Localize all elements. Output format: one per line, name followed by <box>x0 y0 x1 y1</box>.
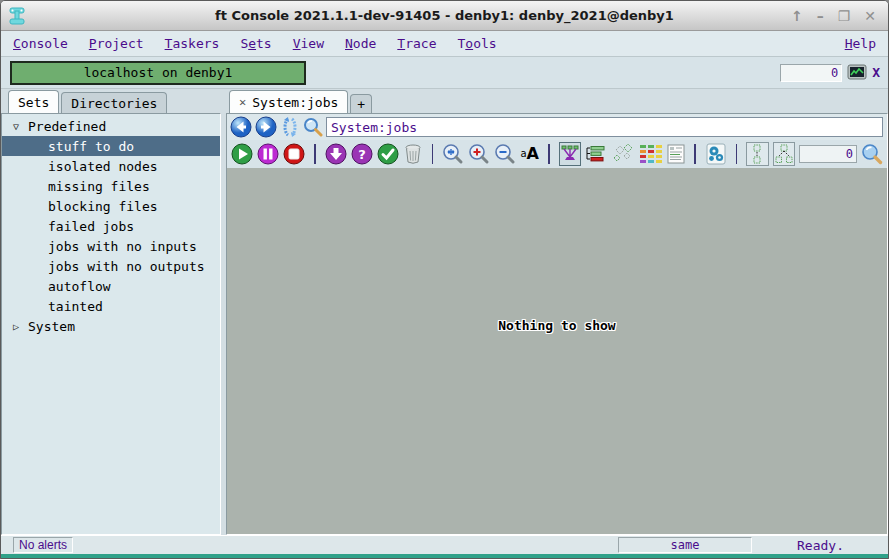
menu-sets[interactable]: Sets <box>240 36 271 51</box>
host-button[interactable]: localhost on denby1 <box>10 61 306 85</box>
menu-trace[interactable]: Trace <box>397 36 436 51</box>
process-icon[interactable] <box>705 142 727 166</box>
empty-message: Nothing to show <box>498 318 615 333</box>
jobs-content-area: Nothing to show <box>227 168 887 534</box>
graph-view-icon[interactable] <box>559 142 581 166</box>
tab-row: Sets Directories ✕ System:jobs + <box>1 89 888 113</box>
list-view-icon[interactable] <box>585 145 607 163</box>
pause-icon[interactable] <box>257 143 279 165</box>
window-title: ft Console 2021.1.1-dev-91405 - denby1: … <box>1 8 888 23</box>
maximize-window-icon[interactable]: ❐ <box>838 8 851 24</box>
tree-item-stuff-to-do[interactable]: stuff to do <box>2 136 220 156</box>
zoom-fit-icon[interactable] <box>442 143 464 165</box>
title-bar: ft Console 2021.1.1-dev-91405 - denby1: … <box>1 1 888 31</box>
menu-taskers[interactable]: Taskers <box>165 36 220 51</box>
tree-item-missing-files[interactable]: missing files <box>2 176 220 196</box>
svg-text:?: ? <box>358 147 366 162</box>
search-icon[interactable] <box>303 117 323 137</box>
document-tab-group: ✕ System:jobs + <box>229 90 374 113</box>
help-icon[interactable]: ? <box>351 143 373 165</box>
menu-view[interactable]: View <box>293 36 324 51</box>
sets-tree: ▽Predefinedstuff to doisolated nodesmiss… <box>2 114 220 336</box>
forward-icon[interactable] <box>255 116 277 138</box>
address-input[interactable] <box>326 117 883 137</box>
toolbar-separator <box>432 144 434 164</box>
toolbar-separator <box>694 144 696 164</box>
footer-strip <box>1 554 888 558</box>
collapsed-triangle-icon[interactable]: ▷ <box>10 321 22 332</box>
toolbar-separator <box>736 144 738 164</box>
font-big-glyph: A <box>527 146 539 162</box>
tree-root-label: System <box>28 319 75 334</box>
host-counter-input[interactable] <box>780 64 842 82</box>
new-tab-button[interactable]: + <box>350 94 372 113</box>
tab-system-jobs-label: System:jobs <box>252 95 338 110</box>
ready-status: Ready. <box>797 538 844 553</box>
zoom-out-icon[interactable] <box>494 143 516 165</box>
jobs-panel: ? <box>226 113 888 535</box>
monitor-icon[interactable] <box>847 64 867 81</box>
tree-item-jobs-with-no-outputs[interactable]: jobs with no outputs <box>2 256 220 276</box>
font-size-icon[interactable]: aA <box>520 146 539 162</box>
tree-item-failed-jobs[interactable]: failed jobs <box>2 216 220 236</box>
left-tab-group: Sets Directories <box>8 90 221 113</box>
tree-root-predefined[interactable]: ▽Predefined <box>2 116 220 136</box>
depth-down-icon[interactable] <box>773 142 795 166</box>
tab-system-jobs[interactable]: ✕ System:jobs <box>229 90 348 113</box>
back-icon[interactable] <box>230 116 252 138</box>
filter-count-input[interactable] <box>799 145 857 163</box>
shade-window-icon[interactable]: ↑ <box>791 8 803 24</box>
menu-project[interactable]: Project <box>89 36 144 51</box>
tree-item-tainted[interactable]: tainted <box>2 296 220 316</box>
menu-node[interactable]: Node <box>345 36 376 51</box>
expanded-triangle-icon[interactable]: ▽ <box>10 121 22 132</box>
stop-icon[interactable] <box>283 143 305 165</box>
fetch-icon[interactable] <box>325 143 347 165</box>
tree-item-jobs-with-no-inputs[interactable]: jobs with no inputs <box>2 236 220 256</box>
sync-status-box: same <box>618 537 752 553</box>
tree-item-isolated-nodes[interactable]: isolated nodes <box>2 156 220 176</box>
menu-help[interactable]: Help <box>845 36 876 51</box>
close-tab-icon[interactable]: ✕ <box>239 95 246 109</box>
main-body: ▽Predefinedstuff to doisolated nodesmiss… <box>1 113 888 535</box>
action-toolbar: ? <box>227 140 887 168</box>
depth-up-icon[interactable] <box>746 142 768 166</box>
plus-icon: + <box>357 97 365 112</box>
tab-sets-label: Sets <box>18 95 49 110</box>
menu-tools[interactable]: Tools <box>457 36 496 51</box>
nav-toolbar <box>227 114 887 140</box>
compact-view-icon[interactable] <box>611 144 635 164</box>
trash-icon[interactable] <box>403 143 423 165</box>
sets-panel: ▽Predefinedstuff to doisolated nodesmiss… <box>1 113 221 535</box>
tab-directories-label: Directories <box>71 96 157 111</box>
grid-view-icon[interactable] <box>639 144 663 164</box>
alerts-button[interactable]: No alerts <box>13 537 73 553</box>
tab-directories[interactable]: Directories <box>61 92 167 113</box>
menu-bar: ConsoleProjectTaskersSetsViewNodeTraceTo… <box>1 31 888 57</box>
tree-item-autoflow[interactable]: autoflow <box>2 276 220 296</box>
status-bar: No alerts same Ready. <box>1 535 888 554</box>
minimize-window-icon[interactable]: – <box>817 8 824 24</box>
toolbar-separator <box>548 144 550 164</box>
tree-root-label: Predefined <box>28 119 106 134</box>
app-window: ft Console 2021.1.1-dev-91405 - denby1: … <box>0 0 889 559</box>
run-icon[interactable] <box>231 143 253 165</box>
disconnect-button[interactable]: X <box>872 65 880 80</box>
zoom-in-icon[interactable] <box>468 143 490 165</box>
tab-sets[interactable]: Sets <box>8 90 59 113</box>
menu-console[interactable]: Console <box>13 36 68 51</box>
filter-search-icon[interactable] <box>861 143 883 165</box>
report-view-icon[interactable] <box>667 144 685 164</box>
refresh-icon[interactable] <box>280 116 300 138</box>
close-window-icon[interactable]: ✕ <box>864 8 876 24</box>
check-icon[interactable] <box>377 143 399 165</box>
tree-root-system[interactable]: ▷System <box>2 316 220 336</box>
host-toolbar: localhost on denby1 X <box>1 57 888 89</box>
tree-item-blocking-files[interactable]: blocking files <box>2 196 220 216</box>
toolbar-separator <box>314 144 316 164</box>
